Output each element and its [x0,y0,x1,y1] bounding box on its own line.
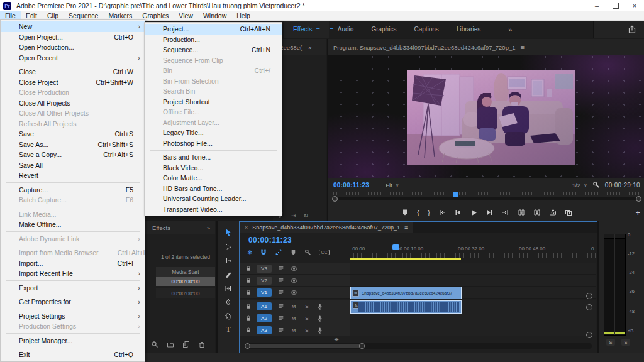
track-target-button[interactable]: A1 [257,302,272,310]
video-clip[interactable]: fx Snapsave_d4bb334f097bbd7a2ee68ed424c6… [350,287,462,299]
skip-icon[interactable]: ⇥ [291,212,296,219]
new-submenu-item[interactable]: Project... Ctrl+Alt+N [145,24,282,35]
close-button[interactable]: × [625,0,644,11]
scrollbar-left-handle[interactable] [245,343,250,349]
search-icon[interactable] [151,341,158,348]
solo-button[interactable]: S [303,327,311,333]
file-menu-item[interactable]: Open Production... [1,42,145,53]
voiceover-mic-icon[interactable] [316,327,323,334]
track-lock-icon[interactable] [245,265,252,272]
file-menu-item[interactable]: Close Ctrl+W [1,67,145,77]
tab-overflow-icon[interactable]: » [508,26,512,33]
track-lock-icon[interactable] [245,303,252,309]
new-submenu-item[interactable]: Transparent Video... [145,204,282,215]
slip-tool-icon[interactable] [225,285,232,292]
timeline-playhead[interactable] [396,244,396,340]
button-editor-plus-icon[interactable]: + [635,208,640,217]
comparison-view-icon[interactable] [565,209,572,216]
file-menu-item[interactable]: Revert [1,170,145,181]
export-frame-icon[interactable] [549,209,557,216]
file-menu-item[interactable]: Close Project Ctrl+Shift+W [1,77,145,88]
source-tab-overflow-icon[interactable]: » [308,44,311,51]
voiceover-mic-icon[interactable] [316,303,323,310]
meter-solo-right-button[interactable]: S [621,339,630,346]
new-submenu-item[interactable]: Bars and Tone... [145,152,282,163]
voiceover-mic-icon[interactable] [316,315,323,322]
track-lane-v3[interactable] [350,263,596,275]
collapse-tracks-icon[interactable]: ◂▸ [334,336,339,342]
scrollbar-thumb[interactable] [246,344,363,348]
minimize-button[interactable]: – [587,0,606,11]
menubar-item[interactable]: Edit [21,11,42,20]
new-submenu-item[interactable]: Color Matte... [145,173,282,184]
effects-tab[interactable]: Effects [152,224,170,231]
project-row-media-start[interactable]: 00:00:00:00 [156,288,215,298]
razor-tool-icon[interactable] [225,271,232,278]
export-share-icon[interactable] [628,25,636,34]
timeline-vertical-scroll-handle[interactable] [586,304,592,310]
captions-icon[interactable]: CC [319,250,329,255]
panel-menu-icon[interactable]: ≡ [316,26,319,33]
timeline-vertical-scroll-handle[interactable] [586,293,592,299]
track-lock-icon[interactable] [245,327,252,333]
restore-button[interactable] [606,0,625,11]
sync-lock-icon[interactable] [278,265,284,272]
program-scrubber[interactable] [333,192,640,201]
scrubber-left-handle[interactable] [332,196,338,202]
timeline-vertical-scroll-handle[interactable] [586,332,592,338]
menubar-item[interactable]: File [0,11,21,20]
mark-in-icon[interactable]: { [417,209,419,216]
extract-icon[interactable] [533,209,541,216]
mute-button[interactable]: M [290,304,297,309]
sync-lock-icon[interactable] [278,315,284,321]
new-submenu-item[interactable]: Production... [145,35,282,45]
selection-tool-icon[interactable] [225,229,233,237]
audio-clip[interactable]: fx [350,300,462,314]
timeline-settings-wrench-icon[interactable] [304,249,311,256]
track-select-tool-icon[interactable] [225,243,232,251]
effects-panel-menu-icon[interactable]: ≡ [330,26,333,33]
go-to-in-icon[interactable] [438,209,446,216]
new-submenu-item[interactable]: HD Bars and Tone... [145,184,282,194]
video-track-header[interactable]: V2 [240,275,350,287]
new-submenu-item[interactable]: Universal Counting Leader... [145,194,282,204]
solo-button[interactable]: S [303,304,311,309]
new-submenu-item[interactable]: Offline File... [145,107,282,118]
file-menu-item[interactable]: Save All [1,160,145,171]
zoom-level-dropdown[interactable]: Fit ∨ [386,182,399,189]
track-target-button[interactable]: A2 [257,314,272,322]
type-tool-icon[interactable]: T [226,326,230,334]
file-menu-item[interactable]: Exit Ctrl+Q [1,349,145,360]
file-menu-item[interactable]: Production Settings [1,321,145,332]
file-menu-item[interactable] [6,65,140,65]
sequence-tab[interactable]: × Snapsave_d4bb334f097bbd7a2ee68ed424c6a… [240,222,413,233]
new-submenu-item[interactable]: Sequence From Clip [145,55,282,66]
file-menu-item[interactable] [6,246,140,246]
track-visibility-eye-icon[interactable] [291,277,297,284]
meter-solo-left-button[interactable]: S [606,339,615,346]
solo-button[interactable]: S [303,315,311,321]
video-track-header[interactable]: V1 [240,287,350,299]
program-playhead-handle[interactable] [453,192,458,197]
file-menu-item[interactable]: Make Offline... [1,219,145,230]
settings-wrench-icon[interactable] [592,181,600,189]
step-forward-icon[interactable] [486,209,494,216]
file-menu-item[interactable]: Open Recent [1,53,145,63]
file-menu-item[interactable] [6,207,140,207]
file-menu-item[interactable] [6,348,140,348]
file-menu-item[interactable]: Save Ctrl+S [1,129,145,140]
file-menu-item[interactable]: Get Properties for [1,297,145,307]
lift-icon[interactable] [518,209,525,216]
project-row-media-start[interactable]: 00:00:00:00 [156,277,215,286]
project-tab-overflow-icon[interactable]: » [207,224,210,231]
file-menu-item[interactable]: Close All Projects [1,98,145,109]
audio-track-header[interactable]: A2 M S [240,312,350,324]
new-submenu-item[interactable]: Search Bin [145,86,282,97]
sync-lock-icon[interactable] [278,327,284,333]
new-bin-folder-icon[interactable] [167,341,174,348]
scrollbar-right-handle[interactable] [359,343,365,349]
sync-lock-icon[interactable] [278,289,284,295]
add-marker-icon[interactable] [290,249,297,256]
add-marker-icon[interactable] [401,209,409,216]
workspace-tab[interactable]: Audio ≡ [329,21,363,38]
